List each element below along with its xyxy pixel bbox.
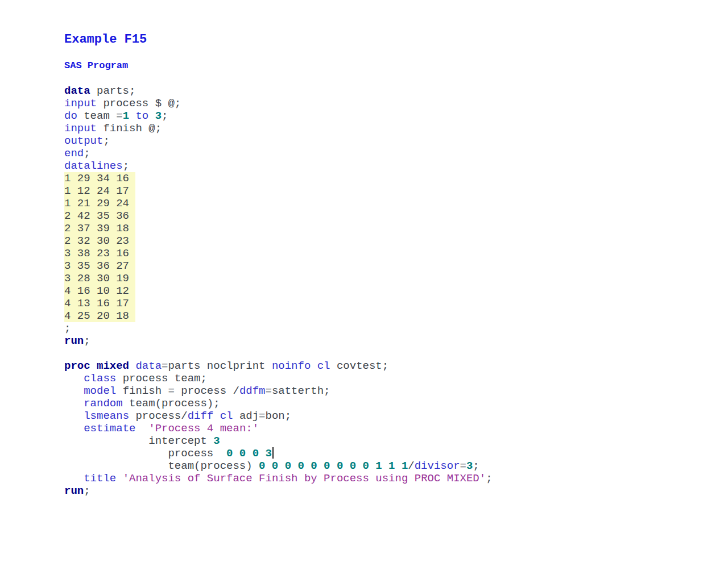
code-statement-keyword: proc mixed	[64, 360, 129, 372]
code-line: run;	[64, 485, 493, 497]
code-line: datalines;	[64, 160, 493, 172]
code-text	[311, 360, 317, 372]
code-line: input process $ @;	[64, 97, 493, 110]
datalines-row: 3 38 23 16	[64, 247, 493, 260]
code-text: ;	[84, 485, 90, 497]
datalines-highlight: 2 42 35 36	[64, 210, 135, 222]
code-line: random team(process);	[64, 397, 493, 410]
code-keyword: end	[64, 147, 84, 160]
datalines-highlight: 3 38 23 16	[64, 247, 135, 260]
code-line: class process team;	[64, 372, 493, 385]
code-keyword: cl	[317, 360, 330, 372]
datalines-row: 2 37 39 18	[64, 222, 493, 235]
code-text: ;	[64, 322, 71, 335]
code-line: input finish @;	[64, 122, 493, 135]
datalines-highlight: 3 28 30 19	[64, 272, 135, 285]
code-line	[64, 347, 493, 360]
code-keyword: lsmeans	[84, 410, 129, 422]
datalines-row: 2 32 30 23	[64, 235, 493, 247]
code-text: process/	[129, 410, 188, 422]
code-text: finish @;	[97, 122, 162, 135]
code-statement-keyword: run	[64, 485, 84, 497]
code-line: output;	[64, 135, 493, 147]
datalines-row: 2 42 35 36	[64, 210, 493, 222]
datalines-row: 4 16 10 12	[64, 285, 493, 297]
code-text: 2 32 30 23	[64, 235, 135, 247]
text-cursor	[272, 447, 274, 459]
code-line: intercept 3	[64, 435, 493, 447]
code-number-constant: 0 0 0 3	[226, 447, 272, 460]
code-keyword: title	[84, 472, 116, 485]
code-text: parts;	[90, 85, 136, 97]
sas-code-block: data parts;input process $ @;do team =1 …	[64, 85, 493, 497]
code-text: ;	[84, 335, 90, 347]
datalines-highlight: 1 12 24 17	[64, 185, 135, 197]
code-text: =satterth;	[265, 385, 330, 397]
code-text: finish = process /	[116, 385, 239, 397]
code-text	[64, 422, 84, 435]
datalines-highlight: 2 32 30 23	[64, 235, 135, 247]
code-text: 1 12 24 17	[64, 185, 135, 197]
datalines-highlight: 4 13 16 17	[64, 297, 135, 310]
code-text	[148, 110, 155, 122]
code-keyword: input	[64, 122, 97, 135]
datalines-row: 3 35 36 27	[64, 260, 493, 272]
code-text: ;	[84, 147, 90, 160]
code-text: /	[408, 460, 414, 472]
code-text: team(process)	[64, 460, 259, 472]
code-text: ;	[473, 460, 479, 472]
code-number-constant: 3	[213, 435, 220, 447]
code-text: 3 28 30 19	[64, 272, 135, 285]
code-line: lsmeans process/diff cl adj=bon;	[64, 410, 493, 422]
code-text	[135, 422, 148, 435]
code-line: do team =1 to 3;	[64, 110, 493, 122]
code-line: data parts;	[64, 85, 493, 97]
code-text: 2 42 35 36	[64, 210, 135, 222]
code-line: proc mixed data=parts noclprint noinfo c…	[64, 360, 493, 372]
code-text: =	[460, 460, 466, 472]
code-string-literal: 'Process 4 mean:'	[148, 422, 259, 435]
datalines-row: 4 25 20 18	[64, 310, 493, 322]
code-text: adj=bon;	[233, 410, 292, 422]
code-number-constant: 3	[466, 460, 473, 472]
code-text	[64, 472, 84, 485]
code-keyword: divisor	[415, 460, 460, 472]
code-text	[64, 410, 84, 422]
code-text: process	[64, 447, 226, 460]
code-text: 1 21 29 24	[64, 197, 135, 210]
code-text: ;	[103, 135, 109, 147]
code-line: run;	[64, 335, 493, 347]
code-keyword: model	[84, 385, 116, 397]
code-keyword: diff cl	[188, 410, 233, 422]
datalines-row: 3 28 30 19	[64, 272, 493, 285]
code-text: 4 16 10 12	[64, 285, 135, 297]
code-line: team(process) 0 0 0 0 0 0 0 0 0 1 1 1/di…	[64, 460, 493, 472]
code-line: ;	[64, 322, 493, 335]
code-text: process $ @;	[97, 97, 181, 110]
code-keyword: datalines	[64, 160, 123, 172]
code-line: title 'Analysis of Surface Finish by Pro…	[64, 472, 493, 485]
code-line: process 0 0 0 3	[64, 447, 493, 460]
code-text: process team;	[116, 372, 207, 385]
datalines-row: 4 13 16 17	[64, 297, 493, 310]
code-text: 3 35 36 27	[64, 260, 135, 272]
code-keyword: output	[64, 135, 103, 147]
code-text: team =	[77, 110, 123, 122]
section-heading: SAS Program	[64, 60, 128, 71]
code-text: 4 13 16 17	[64, 297, 135, 310]
code-line: model finish = process /ddfm=satterth;	[64, 385, 493, 397]
code-keyword: to	[135, 110, 148, 122]
datalines-highlight: 3 35 36 27	[64, 260, 135, 272]
code-keyword: data	[135, 360, 162, 372]
code-text	[64, 397, 84, 410]
code-number-constant: 1	[123, 110, 129, 122]
code-text: ;	[162, 110, 168, 122]
document-page: Example F15 SAS Program data parts;input…	[0, 0, 728, 562]
code-text: team(process);	[123, 397, 220, 410]
code-number-constant: 0 0 0 0 0 0 0 0 0 1 1 1	[259, 460, 408, 472]
code-keyword: ddfm	[239, 385, 266, 397]
code-text: 1 29 34 16	[64, 172, 135, 185]
code-text: covtest;	[330, 360, 389, 372]
datalines-highlight: 4 25 20 18	[64, 310, 135, 322]
code-line: estimate 'Process 4 mean:'	[64, 422, 493, 435]
